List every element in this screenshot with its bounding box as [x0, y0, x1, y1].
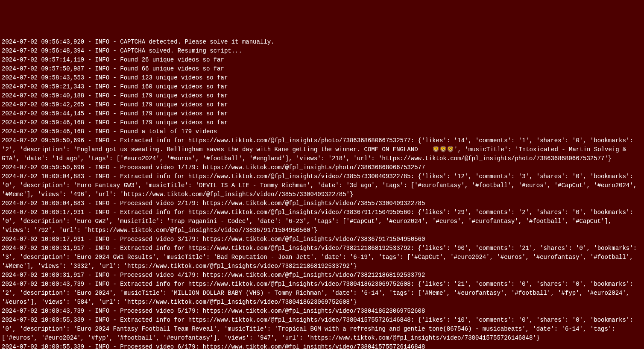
- log-line: 2024-07-02 09:57:50,987 - INFO - Found 6…: [2, 65, 642, 73]
- log-line: 2024-07-02 09:59:50,696 - INFO - Process…: [2, 163, 642, 172]
- log-line: 2024-07-02 09:59:21,343 - INFO - Found 1…: [2, 82, 642, 91]
- log-line: 2024-07-02 10:00:17,931 - INFO - Extract…: [2, 208, 642, 235]
- log-line: 2024-07-02 09:59:42,265 - INFO - Found 1…: [2, 100, 642, 109]
- log-line: 2024-07-02 10:00:43,739 - INFO - Extract…: [2, 280, 642, 307]
- log-line: 2024-07-02 09:59:46,168 - INFO - Found a…: [2, 127, 642, 136]
- log-line: 2024-07-02 09:56:48,394 - INFO - CAPTCHA…: [2, 47, 642, 56]
- log-line: 2024-07-02 10:00:55,339 - INFO - Extract…: [2, 316, 642, 343]
- log-line: 2024-07-02 10:00:31,917 - INFO - Process…: [2, 271, 642, 280]
- log-line: 2024-07-02 09:59:40,188 - INFO - Found 1…: [2, 91, 642, 100]
- log-line: 2024-07-02 09:56:43,920 - INFO - CAPTCHA…: [2, 38, 642, 47]
- log-line: 2024-07-02 10:00:31,917 - INFO - Extract…: [2, 244, 642, 271]
- log-line: 2024-07-02 10:00:04,883 - INFO - Process…: [2, 199, 642, 208]
- log-line: 2024-07-02 09:59:46,168 - INFO - Found 1…: [2, 118, 642, 127]
- terminal-log-output[interactable]: 2024-07-02 09:56:43,920 - INFO - CAPTCHA…: [2, 38, 642, 349]
- log-line: 2024-07-02 10:00:43,739 - INFO - Process…: [2, 307, 642, 316]
- log-line: 2024-07-02 10:00:55,339 - INFO - Process…: [2, 343, 642, 349]
- log-line: 2024-07-02 09:57:14,119 - INFO - Found 2…: [2, 56, 642, 65]
- log-line: 2024-07-02 09:59:44,145 - INFO - Found 1…: [2, 109, 642, 118]
- log-line: 2024-07-02 10:00:04,883 - INFO - Extract…: [2, 172, 642, 199]
- log-line: 2024-07-02 10:00:17,931 - INFO - Process…: [2, 235, 642, 244]
- log-line: 2024-07-02 09:59:50,696 - INFO - Extract…: [2, 136, 642, 163]
- log-line: 2024-07-02 09:58:43,553 - INFO - Found 1…: [2, 73, 642, 82]
